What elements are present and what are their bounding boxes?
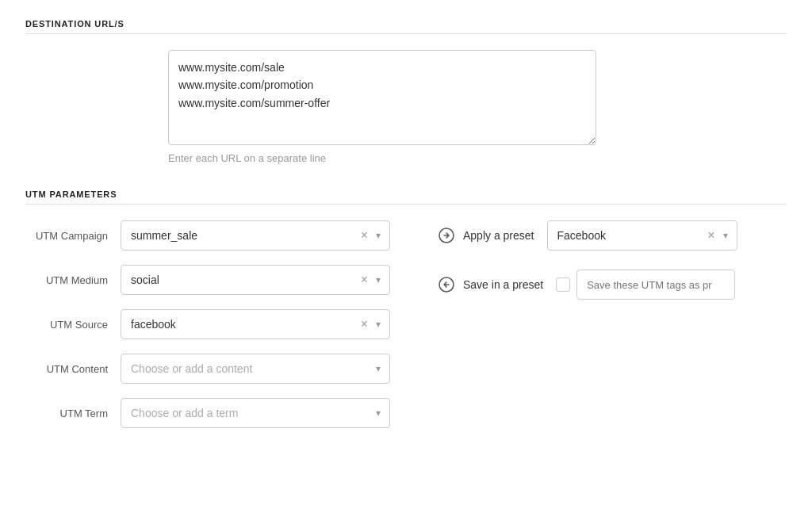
apply-preset-icon <box>438 227 455 244</box>
utm-content-label: UTM Content <box>25 363 121 375</box>
utm-campaign-row: UTM Campaign summer_sale × ▾ <box>25 220 390 251</box>
utm-term-controls: ▾ <box>373 398 390 428</box>
url-textarea-wrapper: www.mysite.com/sale www.mysite.com/promo… <box>168 50 644 164</box>
apply-preset-label: Apply a preset <box>463 229 534 242</box>
utm-campaign-select-wrapper[interactable]: summer_sale × ▾ <box>121 220 390 251</box>
utm-term-row: UTM Term Choose or add a term ▾ <box>25 398 390 428</box>
utm-medium-row: UTM Medium social × ▾ <box>25 265 390 295</box>
utm-right-col: Apply a preset Facebook × ▾ <box>438 220 787 442</box>
utm-source-label: UTM Source <box>25 319 121 331</box>
utm-term-display[interactable]: Choose or add a term <box>121 398 390 428</box>
save-preset-icon <box>438 276 455 293</box>
utm-section: UTM PARAMETERS UTM Campaign summer_sale … <box>25 189 787 442</box>
page-container: DESTINATION URL/S www.mysite.com/sale ww… <box>0 0 812 505</box>
utm-content-row: UTM Content Choose or add a content ▾ <box>25 354 390 384</box>
apply-preset-controls: × ▾ <box>704 220 737 251</box>
destination-section: DESTINATION URL/S www.mysite.com/sale ww… <box>25 19 787 164</box>
utm-left-col: UTM Campaign summer_sale × ▾ UTM Medium … <box>25 220 390 442</box>
utm-divider <box>25 204 787 205</box>
utm-medium-label: UTM Medium <box>25 274 121 286</box>
utm-source-clear-btn[interactable]: × <box>358 316 371 333</box>
destination-divider <box>25 33 787 34</box>
utm-campaign-dropdown-btn[interactable]: ▾ <box>373 228 384 243</box>
utm-medium-select-wrapper[interactable]: social × ▾ <box>121 265 390 295</box>
utm-medium-dropdown-btn[interactable]: ▾ <box>373 273 384 287</box>
save-preset-row: Save in a preset <box>438 270 787 300</box>
url-hint: Enter each URL on a separate line <box>168 152 644 164</box>
utm-campaign-clear-btn[interactable]: × <box>358 227 371 244</box>
apply-preset-clear-btn[interactable]: × <box>704 227 718 244</box>
utm-section-title: UTM PARAMETERS <box>25 189 787 199</box>
utm-source-row: UTM Source facebook × ▾ <box>25 309 390 339</box>
utm-source-controls: × ▾ <box>358 309 390 339</box>
utm-campaign-controls: × ▾ <box>358 220 390 251</box>
apply-preset-select-wrapper[interactable]: Facebook × ▾ <box>547 220 737 251</box>
utm-source-select-wrapper[interactable]: facebook × ▾ <box>121 309 390 339</box>
save-preset-text-input[interactable] <box>576 270 735 300</box>
save-preset-checkbox[interactable] <box>556 277 570 292</box>
destination-section-title: DESTINATION URL/S <box>25 19 787 29</box>
destination-urls-textarea[interactable]: www.mysite.com/sale www.mysite.com/promo… <box>168 50 596 145</box>
utm-medium-clear-btn[interactable]: × <box>358 271 371 289</box>
utm-medium-controls: × ▾ <box>358 265 390 295</box>
utm-campaign-display[interactable]: summer_sale <box>121 220 390 251</box>
save-preset-input-wrapper <box>556 270 735 300</box>
utm-term-dropdown-btn[interactable]: ▾ <box>373 406 384 420</box>
utm-fields-grid: UTM Campaign summer_sale × ▾ UTM Medium … <box>25 220 787 442</box>
utm-content-select-wrapper[interactable]: Choose or add a content ▾ <box>121 354 390 384</box>
utm-term-label: UTM Term <box>25 407 121 419</box>
utm-content-display[interactable]: Choose or add a content <box>121 354 390 384</box>
apply-preset-dropdown-btn[interactable]: ▾ <box>720 228 731 243</box>
apply-preset-row: Apply a preset Facebook × ▾ <box>438 220 787 251</box>
utm-campaign-label: UTM Campaign <box>25 230 121 242</box>
utm-content-dropdown-btn[interactable]: ▾ <box>373 362 384 376</box>
save-preset-label: Save in a preset <box>463 278 543 291</box>
utm-term-select-wrapper[interactable]: Choose or add a term ▾ <box>121 398 390 428</box>
utm-source-dropdown-btn[interactable]: ▾ <box>373 317 384 331</box>
utm-medium-display[interactable]: social <box>121 265 390 295</box>
utm-source-display[interactable]: facebook <box>121 309 390 339</box>
utm-content-controls: ▾ <box>373 354 390 384</box>
